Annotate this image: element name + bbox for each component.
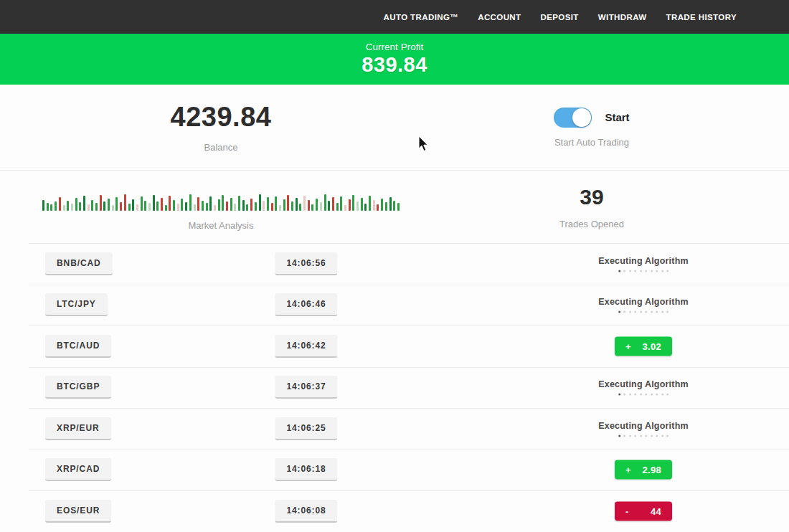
market-bar — [283, 199, 285, 211]
progress-dots — [598, 434, 689, 437]
time-tag[interactable]: 14:06:37 — [275, 376, 337, 399]
market-bar — [173, 200, 175, 211]
progress-dots — [598, 311, 689, 313]
market-bar — [100, 195, 102, 211]
market-bar — [311, 204, 313, 211]
nav-item-trade-history[interactable]: TRADE HISTORY — [666, 13, 737, 22]
market-bar — [222, 195, 224, 211]
market-bar — [263, 201, 265, 211]
market-bar — [156, 201, 159, 211]
balance-value: 4239.84 — [171, 102, 272, 133]
result-cell: -44 — [615, 501, 672, 521]
market-bar — [55, 201, 57, 211]
market-bar — [120, 202, 122, 211]
pair-tag[interactable]: BTC/AUD — [45, 335, 111, 358]
market-bar — [144, 201, 146, 211]
market-bar — [332, 197, 334, 211]
result-value: 2.98 — [642, 465, 661, 475]
pair-tag[interactable]: EOS/EUR — [45, 500, 111, 523]
market-bar — [344, 205, 346, 211]
market-bar — [316, 199, 318, 211]
market-bar — [373, 200, 375, 211]
progress-dot-icon — [634, 270, 636, 272]
progress-dot-icon — [656, 270, 658, 272]
market-bar — [59, 197, 61, 211]
market-bar — [230, 198, 232, 211]
result-cell: +3.02 — [615, 336, 672, 356]
time-tag[interactable]: 14:06:08 — [275, 500, 337, 523]
market-bar — [194, 204, 196, 211]
trade-row: XRP/CAD 14:06:18 +2.98 — [0, 450, 789, 491]
profit-badge: +3.02 — [615, 336, 672, 356]
result-value: 3.02 — [642, 341, 661, 351]
market-bar — [296, 198, 298, 211]
current-profit-banner: Current Profit 839.84 — [0, 34, 789, 85]
executing-algorithm-label: Executing Algorithm — [598, 255, 689, 265]
progress-dot-icon — [618, 270, 620, 272]
loss-badge: -44 — [615, 501, 672, 521]
market-bar — [255, 202, 257, 211]
nav-item-withdraw[interactable]: WITHDRAW — [598, 13, 647, 22]
market-bar — [181, 199, 183, 211]
market-analysis-label: Market Analysis — [188, 220, 253, 231]
market-bar — [246, 204, 248, 211]
market-bar — [50, 204, 52, 211]
progress-dot-icon — [640, 394, 642, 396]
trade-row: BTC/AUD 14:06:42 +3.02 — [0, 326, 789, 367]
progress-dot-icon — [629, 394, 631, 396]
market-bar — [209, 196, 212, 211]
pair-tag[interactable]: XRP/EUR — [45, 417, 111, 440]
progress-dot-icon — [651, 434, 653, 437]
progress-dot-icon — [634, 311, 636, 313]
progress-dot-icon — [634, 394, 636, 396]
market-bar — [132, 199, 134, 211]
progress-dot-icon — [645, 311, 647, 313]
market-bar — [234, 204, 236, 211]
market-bar — [88, 204, 90, 211]
pair-tag[interactable]: XRP/CAD — [45, 458, 111, 481]
market-bar — [185, 202, 187, 211]
market-bar — [202, 201, 204, 211]
result-cell: Executing Algorithm — [598, 379, 689, 396]
time-tag[interactable]: 14:06:56 — [275, 252, 337, 275]
nav-item-auto-trading[interactable]: AUTO TRADING™ — [384, 13, 459, 22]
time-tag[interactable]: 14:06:18 — [275, 458, 337, 481]
progress-dot-icon — [640, 434, 642, 437]
trade-row: BTC/GBP 14:06:37 Executing Algorithm — [0, 367, 789, 409]
market-bar — [108, 199, 110, 211]
progress-dot-icon — [651, 311, 653, 313]
progress-dot-icon — [640, 270, 642, 272]
market-bar — [308, 200, 310, 211]
pair-tag[interactable]: LTC/JPY — [45, 293, 108, 316]
progress-dot-icon — [666, 434, 668, 437]
executing-algorithm-status: Executing Algorithm — [598, 420, 689, 437]
market-bar — [369, 196, 371, 211]
nav-item-deposit[interactable]: DEPOSIT — [541, 13, 579, 22]
market-bar — [349, 199, 351, 211]
pair-tag[interactable]: BTC/GBP — [45, 376, 111, 399]
market-bar — [47, 203, 49, 211]
progress-dot-icon — [661, 434, 663, 437]
start-toggle-row: Start — [554, 108, 629, 128]
market-bar — [177, 204, 179, 211]
time-tag[interactable]: 14:06:25 — [275, 417, 337, 440]
progress-dot-icon — [666, 311, 668, 313]
progress-dot-icon — [661, 270, 663, 272]
progress-dots — [598, 394, 689, 396]
market-bar — [141, 196, 143, 211]
start-auto-trading-toggle[interactable] — [554, 108, 592, 128]
market-analysis-section: Market Analysis 39 Trades Opened — [0, 170, 789, 243]
current-profit-label: Current Profit — [366, 42, 423, 52]
market-bar — [169, 196, 171, 211]
result-cell: Executing Algorithm — [598, 297, 689, 313]
pair-tag[interactable]: BNB/CAD — [45, 252, 113, 275]
time-tag[interactable]: 14:06:42 — [275, 335, 337, 358]
nav-item-account[interactable]: ACCOUNT — [478, 13, 521, 22]
time-tag[interactable]: 14:06:46 — [275, 293, 337, 316]
market-bar — [328, 201, 330, 211]
trades-opened-value: 39 — [580, 185, 603, 209]
market-bar — [91, 200, 93, 211]
progress-dot-icon — [629, 434, 631, 437]
market-bar — [356, 201, 359, 211]
market-bar — [112, 205, 114, 211]
